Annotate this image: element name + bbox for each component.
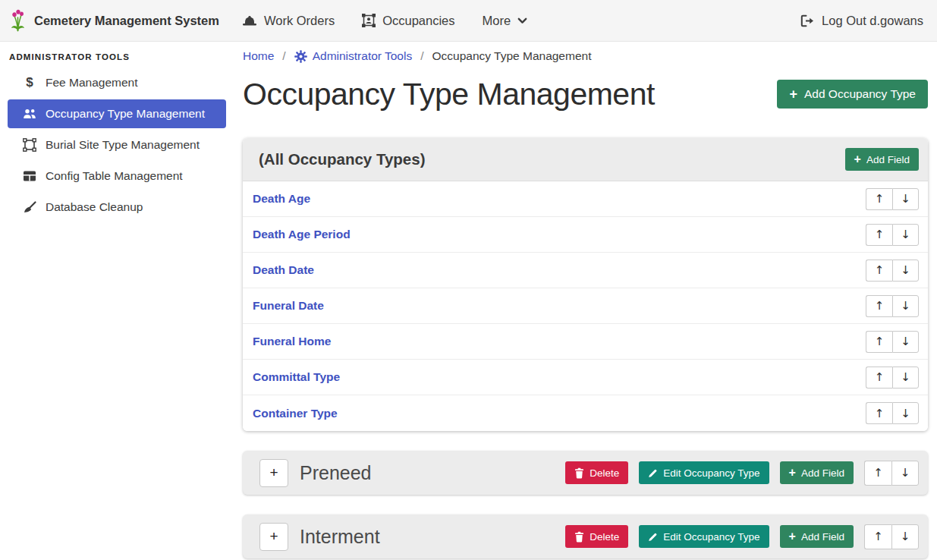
move-up-button[interactable]: ↑ [866,402,892,424]
brand-title: Cemetery Management System [34,14,219,28]
add-occupancy-type-button[interactable]: + Add Occupancy Type [777,80,928,109]
nav-more[interactable]: More [483,14,528,28]
table-icon [20,170,39,182]
up-arrow-icon: ↑ [875,335,885,348]
page-title: Occupancy Type Management [243,74,655,115]
up-arrow-icon: ↑ [873,466,883,480]
field-link[interactable]: Death Age [253,192,310,206]
up-arrow-icon: ↑ [875,228,885,241]
reorder-buttons: ↑ ↓ [866,402,919,424]
sidebar-item-burial-site-type-management[interactable]: Burial Site Type Management [8,131,226,159]
field-link[interactable]: Funeral Home [253,335,331,348]
trash-icon [574,531,584,543]
field-row: Death Age ↑ ↓ [243,181,928,217]
field-link[interactable]: Death Age Period [253,228,351,241]
pencil-icon [648,532,658,542]
sidebar-item-occupancy-type-management[interactable]: Occupancy Type Management [8,99,226,128]
sidebar-item-config-table-management[interactable]: Config Table Management [8,162,226,190]
move-up-button[interactable]: ↑ [866,188,892,210]
reorder-buttons: ↑ ↓ [866,260,919,282]
move-up-button[interactable]: ↑ [866,295,892,317]
field-row: Funeral Home ↑ ↓ [243,324,928,360]
move-up-button[interactable]: ↑ [866,224,892,246]
dollar-icon: $ [20,75,39,90]
app-brand[interactable]: Cemetery Management System [9,9,219,32]
up-arrow-icon: ↑ [875,407,885,420]
move-down-button[interactable]: ↓ [892,402,919,424]
down-arrow-icon: ↓ [901,228,910,241]
plus-icon: + [269,464,278,481]
field-row: Container Type ↑ ↓ [243,395,928,431]
field-link[interactable]: Container Type [253,407,338,420]
sidebar-item-label: Database Cleanup [46,200,143,214]
occupancy-frame-icon [362,14,376,27]
nav-occupancies[interactable]: Occupancies [362,14,454,28]
move-down-button[interactable]: ↓ [892,367,919,389]
page-header: Occupancy Type Management + Add Occupanc… [243,74,928,115]
move-down-button[interactable]: ↓ [891,461,919,486]
move-up-button[interactable]: ↑ [866,260,892,282]
sidebar-item-label: Burial Site Type Management [46,138,200,152]
up-arrow-icon: ↑ [875,370,885,384]
move-up-button[interactable]: ↑ [866,367,892,389]
gear-icon [294,50,307,63]
delete-button[interactable]: Delete [565,461,628,484]
add-field-button[interactable]: + Add Field [845,148,919,171]
breadcrumb-current: Occupancy Type Management [432,49,592,63]
logout-label: Log Out d.gowans [822,14,923,28]
all-occupancy-types-title: (All Occupancy Types) [259,150,425,168]
move-down-button[interactable]: ↓ [892,188,919,210]
reorder-buttons: ↑ ↓ [866,188,919,210]
down-arrow-icon: ↓ [901,370,910,384]
field-list: Death Age ↑ ↓ Death Age Period ↑ ↓ Death… [243,181,928,431]
edit-occupancy-type-button[interactable]: Edit Occupancy Type [639,525,769,548]
sidebar-item-label: Occupancy Type Management [46,107,205,121]
pencil-icon [648,468,658,478]
move-down-button[interactable]: ↓ [891,524,919,549]
up-arrow-icon: ↑ [873,530,883,543]
move-down-button[interactable]: ↓ [892,260,919,282]
occupancy-type-name: Interment [300,526,380,548]
nav-work-orders[interactable]: Work Orders [242,14,335,28]
plus-icon: + [789,530,796,543]
users-icon [20,109,39,119]
breadcrumb-home[interactable]: Home [243,49,274,63]
breadcrumb-separator: / [420,49,423,63]
move-down-button[interactable]: ↓ [892,295,919,317]
sidebar-item-database-cleanup[interactable]: Database Cleanup [8,193,226,222]
up-arrow-icon: ↑ [875,192,885,206]
delete-button[interactable]: Delete [565,525,628,548]
occupancy-type-bar: + Interment Delete Edi [243,514,928,558]
chevron-down-icon [517,17,527,24]
edit-occupancy-type-button[interactable]: Edit Occupancy Type [639,461,769,484]
plus-icon: + [854,153,861,165]
nav-more-label: More [483,14,511,28]
move-up-button[interactable]: ↑ [864,524,891,549]
field-link[interactable]: Funeral Date [253,299,324,313]
reorder-buttons: ↑ ↓ [864,461,919,486]
move-up-button[interactable]: ↑ [866,331,892,353]
down-arrow-icon: ↓ [901,407,910,420]
move-down-button[interactable]: ↓ [892,224,919,246]
nav-work-orders-label: Work Orders [264,14,335,28]
field-link[interactable]: Committal Type [253,370,340,384]
plus-icon: + [789,467,796,479]
move-down-button[interactable]: ↓ [892,331,919,353]
add-field-button[interactable]: + Add Field [780,525,854,548]
down-arrow-icon: ↓ [901,466,910,480]
move-up-button[interactable]: ↑ [864,461,891,486]
sidebar-item-fee-management[interactable]: $ Fee Management [8,68,226,97]
logout-link[interactable]: Log Out d.gowans [800,14,923,28]
expand-button[interactable]: + [259,459,288,487]
field-link[interactable]: Death Date [253,263,314,277]
expand-button[interactable]: + [259,523,288,551]
trash-icon [574,467,584,479]
main-content: Home / [235,42,937,560]
breadcrumb-admin-tools[interactable]: Administrator Tools [294,49,413,63]
sign-out-icon [800,14,815,27]
field-row: Funeral Date ↑ ↓ [243,288,928,324]
occupancy-type-list: + Preneed Delete Edit [243,451,928,558]
up-arrow-icon: ↑ [875,299,885,313]
sidebar-item-label: Fee Management [46,76,138,90]
add-field-button[interactable]: + Add Field [780,461,854,484]
